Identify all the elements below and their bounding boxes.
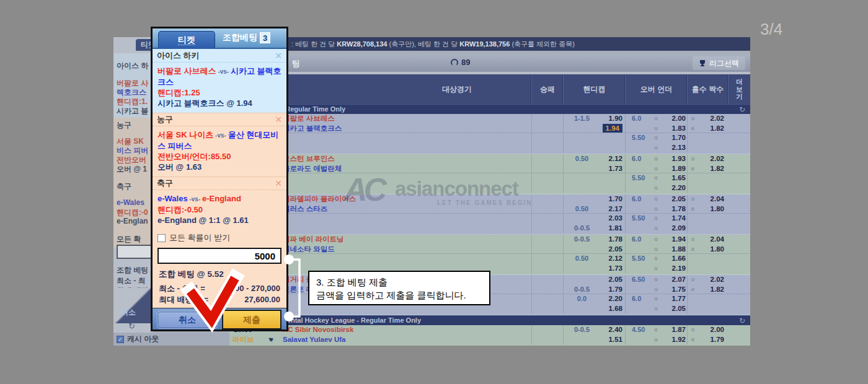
over-under-odds-cell[interactable]: 1.92 — [661, 335, 687, 345]
handicap-odds-cell[interactable]: 1.81 — [600, 224, 625, 233]
over-under-odds-cell[interactable]: 1.74 — [661, 214, 687, 224]
refresh-icon[interactable]: ↻ — [739, 105, 745, 115]
odd-even-odds-cell[interactable]: 1.82 — [698, 164, 728, 173]
handicap-odds-cell[interactable]: 1.68 — [600, 304, 625, 314]
match-block: 보스턴 브루인스0.502.126.0o1.93o2.02콜로라도 애벌란체1.… — [228, 154, 750, 194]
odd-even-odds-cell[interactable]: 2.02 — [698, 114, 728, 124]
stake-input[interactable] — [157, 248, 281, 264]
odd-even-odds-cell[interactable]: 1.80 — [698, 245, 728, 254]
refresh-icon[interactable]: ↻ — [739, 316, 745, 326]
handicap-odds-cell[interactable]: 2.03 — [600, 214, 625, 224]
over-under-odds-cell[interactable]: 1.89 — [661, 164, 687, 173]
odds-value[interactable]: 1.90 — [609, 115, 622, 122]
tab-ticket[interactable]: 티켓 — [158, 31, 215, 48]
odd-even-odds-cell[interactable]: 1.79 — [698, 335, 728, 345]
odds-value[interactable]: 2.05 — [609, 245, 622, 253]
odd-even-odds-cell[interactable]: 2.02 — [698, 154, 728, 164]
odds-value[interactable]: 1.81 — [609, 224, 622, 232]
odd-even-odds-cell — [698, 264, 728, 274]
close-icon[interactable]: ✕ — [275, 51, 282, 61]
over-under-line: 5.50 — [625, 254, 651, 264]
handicap-odds-cell[interactable]: 1.73 — [600, 264, 625, 274]
submit-button[interactable]: 제출 — [222, 310, 281, 329]
bet-detail-line: 핸디캡:-0.50 — [157, 204, 281, 215]
over-under-odds-cell[interactable]: 2.19 — [661, 264, 687, 274]
odds-value[interactable]: 2.12 — [609, 255, 622, 262]
handicap-odds-cell[interactable]: 2.17 — [600, 204, 625, 214]
odd-even-odds-cell[interactable]: 2.04 — [698, 194, 728, 204]
handicap-odds-cell[interactable]: 2.12 — [600, 154, 625, 164]
odd-even-marker: o — [687, 235, 698, 245]
odds-value[interactable]: 2.03 — [609, 214, 622, 222]
odd-even-odds-cell[interactable]: 1.82 — [698, 124, 728, 133]
over-under-odds-cell[interactable]: 1.87 — [661, 325, 687, 335]
handicap-odds-cell[interactable]: 1.51 — [600, 335, 625, 345]
handicap-odds-cell[interactable]: 2.20 — [600, 294, 625, 304]
odd-even-marker: o — [687, 275, 698, 285]
handicap-odds-cell[interactable]: 2.12 — [600, 254, 625, 264]
over-under-odds-cell[interactable]: 2.05 — [661, 194, 687, 204]
team-name: 콜로라도 애벌란체 — [283, 164, 531, 173]
over-under-odds-cell[interactable]: 1.77 — [661, 294, 687, 304]
odds-value[interactable]: 1.51 — [609, 336, 622, 343]
league-select-button[interactable]: 리그선택 — [693, 56, 745, 70]
odd-even-odds-cell[interactable]: 1.80 — [698, 204, 728, 214]
dropdown-arrow-icon[interactable]: ▼ — [268, 336, 275, 343]
over-under-odds-cell[interactable]: 2.20 — [661, 183, 687, 193]
win-lose-cell — [531, 285, 563, 294]
comment-count[interactable]: 89 — [451, 58, 470, 67]
odds-value[interactable]: 2.40 — [609, 326, 622, 333]
handicap-odds-cell[interactable]: 2.05 — [600, 245, 625, 254]
cash-out-toggle[interactable]: ✓ 캐시 아웃 — [113, 333, 229, 346]
over-under-odds-cell[interactable]: 1.78 — [661, 204, 687, 214]
over-under-line — [625, 204, 651, 214]
handicap-odds-cell[interactable]: 1.94 — [600, 124, 625, 133]
cancel-button[interactable]: 취소 — [157, 312, 217, 328]
trophy-icon — [699, 59, 706, 67]
over-under-odds-cell[interactable]: 1.94 — [661, 235, 687, 245]
odd-even-odds-cell[interactable]: 2.02 — [698, 275, 728, 285]
odd-even-odds-cell[interactable]: 1.82 — [698, 285, 728, 294]
over-under-odds-cell[interactable]: 1.83 — [661, 124, 687, 133]
over-under-odds-cell[interactable]: 2.00 — [661, 114, 687, 124]
over-under-odds-cell[interactable]: 2.13 — [661, 143, 687, 153]
selected-odds[interactable]: 1.94 — [603, 124, 622, 133]
handicap-odds-cell[interactable]: 1.73 — [600, 164, 625, 173]
handicap-odds-cell[interactable]: 1.79 — [600, 285, 625, 294]
odds-value[interactable]: 1.78 — [609, 235, 622, 243]
odds-value[interactable]: 2.20 — [609, 295, 622, 302]
over-under-odds-cell[interactable]: 1.93 — [661, 154, 687, 164]
handicap-odds-cell[interactable]: 2.40 — [600, 325, 625, 335]
over-under-odds-cell[interactable]: 1.65 — [661, 173, 687, 183]
odds-value[interactable]: 1.68 — [609, 305, 622, 312]
accept-odds-row[interactable]: 모든 확률이 받기 — [153, 230, 286, 245]
over-under-odds-cell[interactable]: 1.66 — [661, 254, 687, 264]
odds-value[interactable]: 2.05 — [609, 276, 622, 283]
handicap-odds-cell[interactable]: 1.70 — [600, 194, 625, 204]
handicap-odds-cell[interactable]: 2.05 — [600, 275, 625, 285]
handicap-odds-cell[interactable]: 1.78 — [600, 235, 625, 245]
odds-value[interactable]: 1.73 — [609, 264, 622, 272]
close-icon[interactable]: ✕ — [275, 115, 282, 124]
odds-value[interactable]: 2.17 — [609, 205, 622, 212]
max-payout-value: 27,600.00 — [244, 294, 280, 305]
column-over-under: 오버 언더 — [625, 74, 687, 104]
accept-odds-checkbox[interactable] — [157, 234, 166, 242]
odd-even-odds-cell[interactable]: 2.00 — [698, 325, 728, 335]
odds-value[interactable]: 1.73 — [609, 165, 622, 172]
over-under-line — [625, 304, 651, 314]
odds-value[interactable]: 1.70 — [609, 195, 622, 203]
over-under-odds-cell[interactable]: 1.70 — [661, 133, 687, 143]
odds-value[interactable]: 1.79 — [609, 286, 622, 293]
handicap-odds-cell[interactable]: 1.90 — [600, 114, 625, 124]
odd-even-odds-cell[interactable]: 2.04 — [698, 235, 728, 245]
over-under-odds-cell[interactable]: 1.88 — [661, 245, 687, 254]
over-under-odds-cell[interactable]: 1.75 — [661, 285, 687, 294]
over-under-odds-cell[interactable]: 2.05 — [661, 304, 687, 314]
over-under-odds-cell[interactable]: 2.07 — [661, 275, 687, 285]
over-under-odds-cell[interactable]: 2.09 — [661, 224, 687, 233]
close-icon[interactable]: ✕ — [275, 178, 282, 188]
odds-value[interactable]: 2.12 — [609, 155, 622, 162]
tab-combo-bet[interactable]: 조합베팅 3 — [223, 32, 270, 43]
handicap-line — [563, 264, 600, 274]
